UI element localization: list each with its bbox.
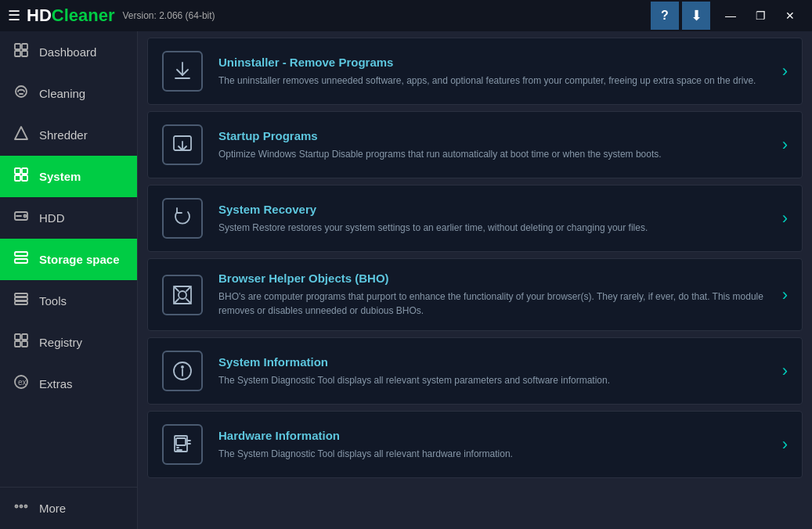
system-info-title: System Information — [218, 355, 767, 369]
sidebar-bottom: More — [0, 487, 137, 529]
cleaning-icon — [13, 84, 30, 103]
hardware-title: Hardware Information — [218, 429, 767, 442]
sidebar-label-tools: Tools — [39, 294, 67, 308]
recovery-text: System Recovery System Restore restores … — [218, 203, 767, 235]
svg-point-25 — [20, 506, 23, 508]
download-button[interactable]: ⬇ — [682, 2, 710, 30]
card-hardware[interactable]: Hardware Information The System Diagnost… — [147, 411, 803, 478]
startup-icon — [162, 124, 203, 165]
svg-rect-15 — [15, 293, 27, 297]
recovery-arrow: › — [782, 208, 788, 229]
sidebar-label-system: System — [39, 170, 81, 183]
sidebar-item-hdd[interactable]: HDD — [0, 197, 137, 239]
more-icon — [13, 498, 30, 518]
titlebar: ☰ HDCleaner Version: 2.066 (64-bit) ? ⬇ … — [0, 0, 812, 31]
sidebar: Dashboard Cleaning Shredder — [0, 31, 138, 529]
sidebar-item-more[interactable]: More — [0, 488, 137, 529]
svg-rect-14 — [15, 259, 27, 263]
minimize-button[interactable]: — — [716, 2, 745, 30]
svg-rect-21 — [22, 341, 27, 347]
content-area: Uninstaller - Remove Programs The uninst… — [138, 31, 812, 529]
version-label: Version: 2.066 (64-bit) — [123, 10, 651, 21]
sidebar-item-extras[interactable]: ex Extras — [0, 363, 137, 405]
startup-arrow: › — [782, 135, 788, 155]
system-info-desc: The System Diagnostic Tool displays all … — [218, 373, 767, 387]
help-button[interactable]: ? — [651, 2, 679, 30]
window-controls: — ❐ ✕ — [716, 2, 804, 30]
extras-icon: ex — [13, 374, 30, 394]
uninstaller-desc: The uninstaller removes unneeded softwar… — [218, 74, 767, 88]
uninstaller-icon — [162, 51, 203, 92]
menu-icon[interactable]: ☰ — [8, 7, 20, 24]
svg-rect-41 — [176, 438, 186, 445]
card-recovery[interactable]: System Recovery System Restore restores … — [147, 185, 803, 252]
sidebar-item-registry[interactable]: Registry — [0, 322, 137, 363]
sidebar-label-more: More — [39, 502, 66, 515]
card-bho[interactable]: Browser Helper Objects (BHO) BHO's are c… — [147, 258, 803, 331]
card-system-info[interactable]: System Information The System Diagnostic… — [147, 337, 803, 405]
uninstaller-title: Uninstaller - Remove Programs — [218, 56, 767, 69]
svg-point-39 — [182, 366, 183, 368]
maximize-button[interactable]: ❐ — [746, 2, 774, 30]
svg-rect-9 — [22, 175, 27, 181]
svg-rect-8 — [15, 175, 20, 181]
svg-point-24 — [16, 506, 18, 508]
svg-marker-5 — [15, 127, 27, 139]
sidebar-item-system[interactable]: System — [0, 156, 137, 197]
dashboard-icon — [13, 42, 30, 62]
svg-text:ex: ex — [18, 378, 27, 387]
system-icon — [13, 167, 30, 186]
svg-rect-3 — [22, 51, 27, 56]
sidebar-item-shredder[interactable]: Shredder — [0, 114, 137, 156]
sidebar-item-cleaning[interactable]: Cleaning — [0, 73, 137, 114]
svg-rect-1 — [22, 44, 27, 49]
bho-text: Browser Helper Objects (BHO) BHO's are c… — [218, 272, 767, 318]
app-logo: HDCleaner — [27, 5, 115, 26]
bho-icon — [162, 275, 203, 315]
sidebar-label-hdd: HDD — [39, 211, 65, 225]
hardware-text: Hardware Information The System Diagnost… — [218, 429, 767, 461]
svg-rect-18 — [15, 334, 20, 340]
startup-title: Startup Programs — [218, 129, 767, 142]
svg-rect-13 — [15, 252, 27, 256]
uninstaller-arrow: › — [782, 61, 788, 81]
hardware-icon — [162, 424, 203, 465]
svg-rect-16 — [15, 297, 27, 300]
hardware-desc: The System Diagnostic Tool displays all … — [218, 447, 767, 461]
storage-space-icon — [13, 250, 30, 269]
sidebar-item-dashboard[interactable]: Dashboard — [0, 31, 137, 73]
svg-point-26 — [25, 506, 27, 508]
svg-rect-17 — [15, 301, 27, 304]
hdd-icon — [13, 208, 30, 228]
startup-desc: Optimize Windows Startup Disable program… — [218, 147, 767, 161]
sidebar-label-dashboard: Dashboard — [39, 45, 96, 59]
card-startup[interactable]: Startup Programs Optimize Windows Startu… — [147, 111, 803, 178]
bho-desc: BHO's are computer programs that purport… — [218, 290, 767, 318]
sidebar-label-shredder: Shredder — [39, 128, 88, 142]
sidebar-item-storage-space[interactable]: Storage space — [0, 239, 137, 280]
sidebar-item-tools[interactable]: Tools — [0, 280, 137, 322]
uninstaller-text: Uninstaller - Remove Programs The uninst… — [218, 56, 767, 88]
hardware-arrow: › — [782, 434, 788, 455]
system-info-text: System Information The System Diagnostic… — [218, 355, 767, 387]
sidebar-label-storage-space: Storage space — [39, 253, 120, 266]
svg-rect-6 — [15, 168, 20, 174]
svg-point-11 — [24, 215, 27, 218]
shredder-icon — [13, 125, 30, 145]
bho-title: Browser Helper Objects (BHO) — [218, 272, 767, 285]
sidebar-label-registry: Registry — [39, 336, 82, 349]
system-info-arrow: › — [782, 361, 788, 381]
card-uninstaller[interactable]: Uninstaller - Remove Programs The uninst… — [147, 38, 803, 105]
close-button[interactable]: ✕ — [776, 2, 804, 30]
recovery-desc: System Restore restores your system sett… — [218, 221, 767, 235]
bho-arrow: › — [782, 285, 788, 305]
svg-rect-19 — [22, 334, 27, 340]
sidebar-label-extras: Extras — [39, 377, 73, 390]
recovery-icon — [162, 198, 203, 239]
svg-point-32 — [179, 291, 186, 299]
system-info-icon — [162, 351, 203, 391]
tools-icon — [13, 291, 30, 311]
svg-rect-7 — [22, 168, 27, 174]
recovery-title: System Recovery — [218, 203, 767, 216]
svg-rect-20 — [15, 341, 20, 347]
